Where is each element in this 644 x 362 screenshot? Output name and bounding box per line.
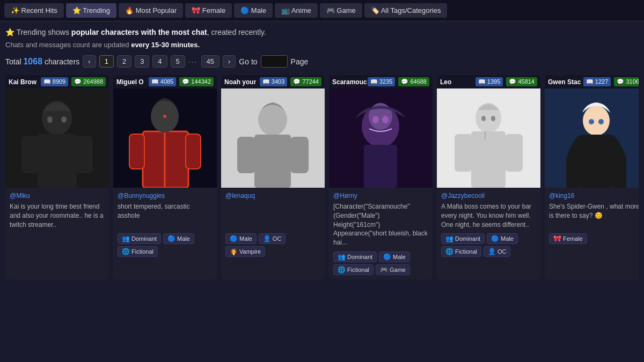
card-image <box>329 88 433 188</box>
page-btn-1[interactable]: 1 <box>99 55 114 68</box>
tag-vampire: 🧛 Vampire <box>225 246 265 257</box>
card-author: @Bunnynuggies <box>118 192 213 200</box>
stat-book: 📖 1227 <box>583 77 611 86</box>
nav-item-male[interactable]: 🔵 Male <box>234 3 273 18</box>
tag-male: 🔵 Male <box>487 233 518 244</box>
card-tags: 🎀 Female <box>549 233 639 244</box>
card-tags: 🔵 Male 👤 OC 🧛 Vampire <box>225 233 320 257</box>
stat-book: 📖 3235 <box>368 77 396 86</box>
update-note: Chats and messages count are updated eve… <box>5 41 639 49</box>
card-image <box>545 88 639 188</box>
svg-rect-30 <box>505 134 523 172</box>
card-scaramouche[interactable]: Scaramouc 📖 3235 💬 64688 @Hørny [Charact… <box>329 75 433 279</box>
tag-male: 🔵 Male <box>163 233 194 244</box>
goto-label: Go to <box>239 57 257 66</box>
tag-label: Female <box>563 235 583 242</box>
tag-male: 🔵 Male <box>225 233 257 244</box>
page-btn-last[interactable]: 45 <box>201 55 219 68</box>
card-author: @Jazzybecooll <box>441 192 536 200</box>
stat-chat: 💬 144342 <box>179 77 214 86</box>
tag-label: Dominant <box>347 254 372 260</box>
nav-item-female[interactable]: 🎀 Female <box>185 3 232 18</box>
card-kai[interactable]: Kai Brow 📖 8909 💬 264988 @Miku Kai is yo… <box>5 75 109 279</box>
svg-point-35 <box>583 106 610 136</box>
card-name: Miguel O <box>116 78 144 86</box>
nav-item-game[interactable]: 🎮 Game <box>320 3 362 18</box>
card-body: @Jazzybecooll A Mafia boss comes to your… <box>437 188 540 261</box>
goto-input[interactable] <box>261 55 288 68</box>
card-body: @king16 She's Spider-Gwen , what more is… <box>545 188 639 248</box>
tag-label: Dominant <box>455 235 480 242</box>
svg-point-31 <box>481 116 486 121</box>
tag-label: Fictional <box>347 267 369 273</box>
tag-dominant: 👥 Dominant <box>118 233 161 244</box>
card-body: @lenaquq 🔵 Male 👤 OC 🧛 Vampire <box>221 188 325 261</box>
card-noah[interactable]: Noah your 📖 3403 💬 77244 @lenaquq <box>221 75 325 279</box>
card-body: @Miku Kai is your long time best friend … <box>5 188 109 238</box>
card-image <box>5 88 109 188</box>
page-btn-2[interactable]: 2 <box>117 55 131 68</box>
stat-chat: 💬 64688 <box>398 77 429 86</box>
card-desc: short tempered, sarcastic asshole <box>118 202 213 229</box>
card-stats: 📖 4085 💬 144342 <box>149 77 214 86</box>
card-name: Kai Brow <box>9 78 36 86</box>
page-btn-5[interactable]: 5 <box>171 55 185 68</box>
page-btn-4[interactable]: 4 <box>152 55 167 68</box>
tag-male: 🔵 Male <box>379 252 410 262</box>
tag-emoji: 👥 <box>338 253 346 261</box>
tag-emoji: 👥 <box>122 235 130 242</box>
pagination-prev[interactable]: ‹ <box>83 55 96 68</box>
tag-emoji: 🔵 <box>167 235 175 242</box>
svg-rect-19 <box>290 137 309 173</box>
tag-emoji: 🔵 <box>230 235 238 242</box>
tag-female: 🎀 Female <box>549 233 587 244</box>
tag-label: OC <box>273 235 282 242</box>
page-label: Page <box>291 57 309 66</box>
trending-suffix: , created recently. <box>207 28 266 36</box>
pagination-next[interactable]: › <box>223 55 236 68</box>
svg-point-14 <box>163 115 166 118</box>
tag-emoji: 👤 <box>488 248 496 255</box>
stat-book: 📖 8909 <box>41 77 69 86</box>
svg-rect-4 <box>76 136 93 173</box>
tag-fictional: 🌐 Fictional <box>333 264 374 275</box>
card-desc <box>225 202 320 229</box>
card-desc: [Character("Scaramouche" (Gender("Male")… <box>333 202 428 247</box>
card-miguel[interactable]: Miguel O 📖 4085 💬 144342 @Bunnynuggies <box>113 75 217 279</box>
card-leo[interactable]: Leo 📖 1395 💬 45814 @Jazzybecooll A Mafi <box>437 75 540 279</box>
card-tags: 👥 Dominant 🔵 Male 🌐 Fictional 🎮 Game <box>333 252 428 275</box>
page-btn-3[interactable]: 3 <box>135 55 149 68</box>
nav-item-anime[interactable]: 📺 Anime <box>275 3 318 18</box>
tag-emoji: 🧛 <box>230 248 238 255</box>
total-suffix: characters <box>42 57 79 66</box>
svg-rect-2 <box>38 134 77 188</box>
tag-emoji: 🌐 <box>122 248 130 255</box>
card-gwen[interactable]: Gwen Stac 📖 1227 💬 31064 @king16 She's S… <box>545 75 639 279</box>
tag-label: OC <box>497 248 507 255</box>
tag-label: Vampire <box>239 248 261 255</box>
tag-emoji: 🎮 <box>380 266 388 274</box>
card-header: Kai Brow 📖 8909 💬 264988 <box>5 75 109 88</box>
svg-rect-17 <box>254 135 291 188</box>
card-header: Gwen Stac 📖 1227 💬 31064 <box>545 75 639 88</box>
svg-rect-3 <box>21 136 39 173</box>
nav-item-all-tags[interactable]: 🏷️ All Tags/Categories <box>364 3 448 18</box>
card-author: @Hørny <box>333 192 428 200</box>
tag-emoji: 🔵 <box>491 235 499 242</box>
tag-label: Game <box>390 267 406 273</box>
pagination-row: Total 1068 characters ‹ 1 2 3 4 5 ··· 45… <box>5 55 639 68</box>
tag-label: Fictional <box>131 248 153 255</box>
card-stats: 📖 3403 💬 77244 <box>260 77 321 86</box>
nav-item-recent-hits[interactable]: ✨ Recent Hits <box>4 3 64 18</box>
card-image <box>221 88 325 188</box>
main-content: ⭐ Trending shows popular characters with… <box>0 21 644 286</box>
nav-item-most-popular[interactable]: 🔥 Most Popular <box>119 3 183 18</box>
card-name: Gwen Stac <box>548 78 581 86</box>
nav-item-trending[interactable]: ⭐ Trending <box>66 3 116 18</box>
card-author: @king16 <box>549 192 639 200</box>
card-stats: 📖 3235 💬 64688 <box>368 77 429 86</box>
stat-book: 📖 1395 <box>475 77 503 86</box>
update-bold: every 15-30 minutes. <box>131 41 200 49</box>
tag-label: Male <box>393 254 406 260</box>
card-desc: Kai is your long time best friend and al… <box>10 202 105 229</box>
